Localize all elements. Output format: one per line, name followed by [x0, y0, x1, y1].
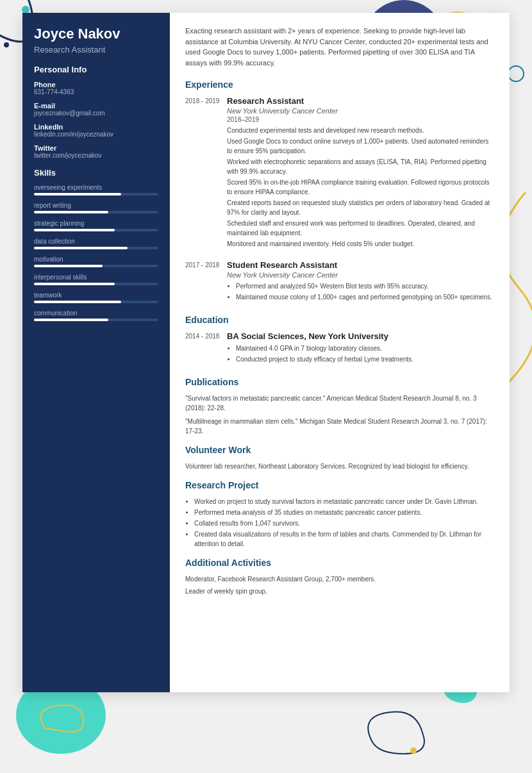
summary: Exacting research assistant with 2+ year…: [185, 26, 494, 68]
linkedin-label: LinkedIn: [34, 123, 158, 131]
personal-info-heading: Personal Info: [34, 65, 158, 74]
skill-bar-fill: [34, 283, 115, 285]
skill-label: teamwork: [34, 292, 158, 299]
phone-label: Phone: [34, 81, 158, 88]
exp-bullet: Scheduled staff and ensured work was per…: [227, 219, 494, 238]
exp-details-2: Student Research Assistant New York Univ…: [227, 260, 494, 304]
exp-bullet: Maintained mouse colony of 1,000+ cages …: [236, 292, 494, 302]
skill-bar-fill: [34, 211, 108, 213]
experience-item-1: 2018 - 2019 Research Assistant New York …: [185, 96, 494, 250]
exp-bullets-1: Conducted experimental tests and develop…: [227, 126, 494, 249]
skill-bar-fill: [34, 229, 115, 231]
exp-bullet: Conducted experimental tests and develop…: [227, 126, 494, 135]
skill-bar-bg: [34, 301, 158, 303]
publications-heading: Publications: [185, 377, 494, 387]
experience-heading: Experience: [185, 79, 494, 90]
exp-title-1: Research Assistant: [227, 96, 494, 106]
research-bullet: Worked on project to study survival fact…: [194, 497, 494, 506]
skill-item: overseeing experiments: [34, 184, 158, 195]
skill-bar-bg: [34, 265, 158, 267]
skills-heading: Skills: [34, 168, 158, 178]
exp-company-2: New York University Cancer Center: [227, 271, 494, 279]
skill-label: strategic planning: [34, 220, 158, 227]
research-bullet: Collated results from 1,047 survivors.: [194, 519, 494, 528]
education-section: Education 2014 - 2018 BA Social Sciences…: [185, 315, 494, 367]
skill-bar-fill: [34, 265, 103, 267]
sidebar: Joyce Nakov Research Assistant Personal …: [22, 13, 170, 692]
activity-item: Leader of weekly spin group.: [185, 586, 494, 596]
activity-item: Moderator, Facebook Research Assistant G…: [185, 574, 494, 584]
research-bullet: Created data visualizations of results i…: [194, 529, 494, 549]
exp-details-1: Research Assistant New York University C…: [227, 96, 494, 250]
skill-bar-bg: [34, 283, 158, 285]
publication-item: "Multilineage in mammalian stem cells." …: [185, 417, 494, 436]
volunteer-text: Volunteer lab researcher, Northeast Labo…: [185, 461, 494, 471]
skill-item: report writing: [34, 202, 158, 213]
activities-section: Additional Activities Moderator, Faceboo…: [185, 558, 494, 596]
skill-item: strategic planning: [34, 220, 158, 231]
skill-bar-bg: [34, 247, 158, 249]
edu-details-1: BA Social Sciences, New York University …: [227, 331, 494, 367]
publication-item: "Survival factors in metastatic pancreat…: [185, 394, 494, 413]
twitter-item: Twitter twitter.com/joyceznakov: [34, 144, 158, 159]
email-label: E-mail: [34, 102, 158, 110]
exp-bullet: Performed and analyzed 50+ Western Blot …: [236, 281, 494, 291]
phone-value: 631-774-4363: [34, 88, 158, 96]
research-bullet: Performed meta-analysis of 35 studies on…: [194, 508, 494, 517]
publications-section: Publications "Survival factors in metast…: [185, 377, 494, 436]
activities-list: Moderator, Facebook Research Assistant G…: [185, 574, 494, 596]
experience-section: Experience 2018 - 2019 Research Assistan…: [185, 79, 494, 304]
skill-item: teamwork: [34, 292, 158, 303]
research-bullets: Worked on project to study survival fact…: [185, 497, 494, 549]
svg-point-1: [4, 42, 9, 47]
exp-company-1: New York University Cancer Center: [227, 107, 494, 115]
skill-bar-fill: [34, 301, 121, 303]
linkedin-value: linkedin.com/in/joyceznakov: [34, 131, 158, 138]
exp-title-2: Student Research Assistant: [227, 260, 494, 270]
edu-bullet: Conducted project to study efficacy of h…: [236, 354, 494, 364]
twitter-label: Twitter: [34, 144, 158, 152]
email-value: joyceznakov@gmail.com: [34, 110, 158, 117]
svg-point-5: [410, 747, 417, 754]
publications-list: "Survival factors in metastatic pancreat…: [185, 394, 494, 436]
candidate-name: Joyce Nakov: [34, 26, 158, 42]
skill-item: motivation: [34, 256, 158, 267]
skill-label: interpersonal skills: [34, 274, 158, 281]
skill-bar-bg: [34, 211, 158, 213]
skill-item: data collection: [34, 238, 158, 249]
skill-bar-bg: [34, 193, 158, 195]
exp-yearrange-1: 2018–2019: [227, 116, 494, 123]
twitter-value: twitter.com/joyceznakov: [34, 152, 158, 159]
edu-dates-1: 2014 - 2018: [185, 331, 227, 367]
research-section: Research Project Worked on project to st…: [185, 480, 494, 549]
exp-bullet: Used Google Docs to conduct online surve…: [227, 137, 494, 156]
edu-title-1: BA Social Sciences, New York University: [227, 331, 494, 341]
skill-bar-bg: [34, 319, 158, 321]
exp-bullet: Monitored and maintained inventory. Held…: [227, 239, 494, 249]
skill-item: interpersonal skills: [34, 274, 158, 285]
skill-label: communication: [34, 310, 158, 317]
edu-bullets-1: Maintained 4.0 GPA in 7 biology laborato…: [227, 344, 494, 364]
skill-bar-fill: [34, 319, 108, 321]
education-heading: Education: [185, 315, 494, 325]
candidate-title: Research Assistant: [34, 45, 158, 54]
phone-item: Phone 631-774-4363: [34, 81, 158, 96]
skill-bar-fill: [34, 247, 128, 249]
skill-bar-fill: [34, 193, 121, 195]
svg-point-3: [508, 66, 524, 81]
skill-label: motivation: [34, 256, 158, 263]
exp-bullet: Scored 95% in on-the-job HIPAA complianc…: [227, 178, 494, 197]
skill-label: overseeing experiments: [34, 184, 158, 191]
exp-dates-2: 2017 - 2018: [185, 260, 227, 304]
exp-dates-1: 2018 - 2019: [185, 96, 227, 250]
education-item-1: 2014 - 2018 BA Social Sciences, New York…: [185, 331, 494, 367]
skill-bar-bg: [34, 229, 158, 231]
linkedin-item: LinkedIn linkedin.com/in/joyceznakov: [34, 123, 158, 138]
volunteer-section: Volunteer Work Volunteer lab researcher,…: [185, 445, 494, 471]
skill-label: report writing: [34, 202, 158, 209]
exp-bullet: Created reports based on requested study…: [227, 198, 494, 217]
activities-heading: Additional Activities: [185, 558, 494, 568]
volunteer-heading: Volunteer Work: [185, 445, 494, 455]
experience-item-2: 2017 - 2018 Student Research Assistant N…: [185, 260, 494, 304]
resume-container: Joyce Nakov Research Assistant Personal …: [22, 13, 510, 692]
